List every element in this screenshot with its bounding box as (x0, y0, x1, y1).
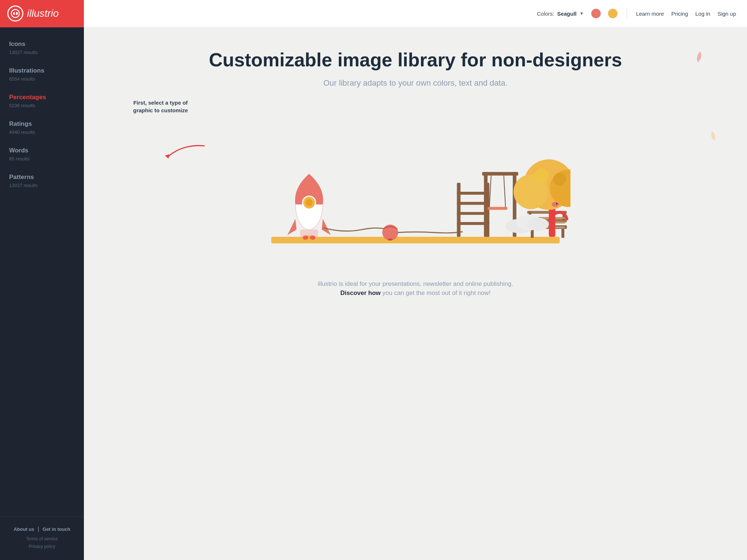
svg-rect-15 (457, 183, 461, 237)
colors-selector[interactable]: Colors: Seagull ▼ (537, 11, 584, 17)
pricing-link[interactable]: Pricing (671, 11, 688, 17)
callout-arrow: First, select a type of graphic to custo… (128, 99, 732, 114)
sidebar-item-patterns-label: Patterns (9, 174, 75, 181)
bottom-text-1: illustrio is ideal for your presentation… (106, 280, 725, 288)
main-layout: Icons 13027 results Illustrations 6554 r… (0, 27, 747, 560)
svg-point-8 (306, 199, 313, 206)
hero-section: Customizable image library for non-desig… (84, 27, 747, 132)
svg-line-25 (504, 175, 506, 208)
svg-rect-30 (561, 229, 564, 238)
svg-point-12 (310, 235, 316, 240)
discover-link[interactable]: Discover how (340, 289, 381, 296)
content-area: Customizable image library for non-desig… (84, 27, 747, 560)
sidebar-item-ratings[interactable]: Ratings 4940 results (0, 114, 84, 141)
svg-rect-21 (484, 172, 488, 237)
sidebar-item-patterns[interactable]: Patterns 13027 results (0, 168, 84, 194)
callout-text: First, select a type of graphic to custo… (128, 99, 193, 114)
svg-point-44 (553, 172, 566, 186)
sidebar-nav: Icons 13027 results Illustrations 6554 r… (0, 35, 84, 516)
signup-link[interactable]: Sign up (717, 11, 736, 17)
sidebar-item-illustrations-label: Illustrations (9, 67, 75, 74)
svg-line-24 (489, 175, 491, 208)
arrow-indicator (160, 140, 212, 164)
header-right: Colors: Seagull ▼ Learn more Pricing Log… (537, 8, 736, 19)
svg-point-2 (16, 12, 18, 15)
logo-text: illustrio (27, 8, 59, 19)
hero-subtitle: Our library adapts to your own colors, t… (98, 78, 732, 88)
sidebar-item-words-count: 85 results (9, 156, 30, 162)
footer-top-links: About us | Get in touch (9, 526, 75, 532)
svg-rect-14 (388, 238, 392, 240)
footer-separator: | (38, 526, 41, 532)
contact-link[interactable]: Get in touch (43, 526, 70, 532)
bottom-section: illustrio is ideal for your presentation… (84, 269, 747, 308)
header: illustrio Colors: Seagull ▼ Learn more P… (0, 0, 747, 27)
svg-rect-26 (488, 207, 507, 210)
privacy-link[interactable]: Privacy policy (9, 543, 75, 551)
bottom-text-2: Discover how you can get the most out of… (106, 289, 725, 297)
svg-point-43 (534, 168, 549, 183)
color-dot-primary[interactable] (591, 9, 601, 18)
sidebar-item-words[interactable]: Words 85 results (0, 141, 84, 168)
learn-more-link[interactable]: Learn more (636, 11, 664, 17)
colors-label: Colors: (537, 11, 554, 17)
sidebar-item-ratings-count: 4940 results (9, 129, 35, 135)
login-link[interactable]: Log in (695, 11, 710, 17)
svg-point-11 (303, 235, 309, 240)
svg-point-42 (556, 203, 557, 205)
sidebar-item-icons-label: Icons (9, 40, 75, 48)
color-dot-secondary[interactable] (608, 9, 618, 18)
about-link[interactable]: About us (13, 526, 34, 532)
sidebar-item-illustrations[interactable]: Illustrations 6554 results (0, 61, 84, 88)
nav-separator (627, 8, 627, 19)
svg-marker-4 (165, 154, 169, 159)
svg-rect-23 (482, 172, 518, 176)
bottom-text-2-post: you can get the most out of it right now… (382, 289, 491, 296)
hero-title: Customizable image library for non-desig… (98, 49, 732, 71)
sidebar-item-percentages-count: 5236 results (9, 103, 35, 108)
sidebar-item-percentages-label: Percentages (9, 94, 75, 101)
sidebar-item-patterns-count: 13027 results (9, 183, 38, 188)
sidebar: Icons 13027 results Illustrations 6554 r… (0, 27, 84, 560)
deco-leaf-right (706, 129, 719, 146)
sidebar-item-percentages[interactable]: Percentages 5236 results (0, 88, 84, 114)
logo-icon (7, 5, 23, 22)
svg-point-41 (552, 202, 559, 207)
dropdown-arrow-icon: ▼ (580, 11, 584, 16)
svg-rect-3 (15, 12, 16, 15)
sidebar-item-ratings-label: Ratings (9, 120, 75, 128)
terms-link[interactable]: Terms of service (9, 535, 75, 543)
sidebar-item-words-label: Words (9, 147, 75, 154)
colors-value: Seagull (557, 11, 576, 17)
logo-area[interactable]: illustrio (0, 0, 84, 27)
sidebar-item-icons[interactable]: Icons 13027 results (0, 35, 84, 61)
svg-point-47 (527, 218, 549, 231)
sidebar-item-illustrations-count: 6554 results (9, 76, 35, 82)
footer-bottom-links: Terms of service Privacy policy (9, 535, 75, 551)
sidebar-item-icons-count: 13027 results (9, 50, 38, 55)
sidebar-footer: About us | Get in touch Terms of service… (0, 516, 84, 560)
